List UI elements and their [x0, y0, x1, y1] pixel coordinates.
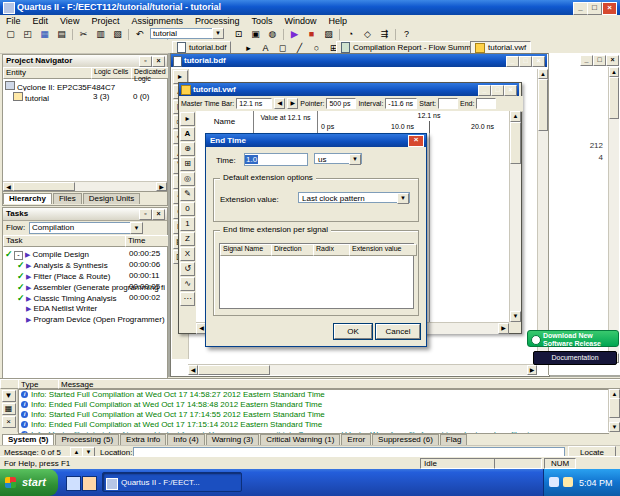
print-icon[interactable]: ▤: [54, 27, 69, 41]
task-row[interactable]: ▶EDA Netlist Writer: [17, 304, 165, 315]
pn-col-dedicated[interactable]: Dedicated Logic: [131, 67, 171, 79]
help-search-icon[interactable]: ?: [399, 27, 414, 41]
filter-icon[interactable]: ▼: [2, 390, 16, 402]
scroll-left-icon[interactable]: ◀: [188, 365, 198, 375]
compilation-report-icon[interactable]: ▨: [321, 27, 336, 41]
col-direction[interactable]: Direction: [271, 244, 317, 256]
pn-col-entity[interactable]: Entity: [3, 67, 95, 79]
tab-critical-warning[interactable]: Critical Warning (1): [260, 434, 340, 445]
minimize-button[interactable]: _: [580, 55, 593, 66]
prev-edge-icon[interactable]: ◀: [274, 98, 285, 109]
maximize-button[interactable]: □: [491, 85, 504, 96]
minimize-button[interactable]: _: [478, 85, 491, 96]
tray-icon[interactable]: [563, 477, 573, 487]
tab-suppressed[interactable]: Suppressed (6): [372, 434, 439, 445]
pin-icon[interactable]: ▫: [139, 209, 152, 220]
minimize-button[interactable]: _: [573, 2, 588, 15]
clock-icon[interactable]: ∿: [180, 277, 195, 291]
tab-error[interactable]: Error: [341, 434, 371, 445]
menu-assignments[interactable]: Assignments: [125, 15, 189, 27]
master-time-value[interactable]: 12.1 ns: [236, 98, 272, 109]
replace-icon[interactable]: ✎: [180, 187, 195, 201]
selection-tool-icon[interactable]: ▸: [180, 112, 195, 126]
value-column-header[interactable]: Value at 12.1 ns: [254, 111, 318, 133]
find-icon[interactable]: ◎: [180, 172, 195, 186]
message-row[interactable]: iInfo: Ended Full Compilation at Wed Oct…: [19, 400, 609, 410]
bdf-vertical-scrollbar[interactable]: ▲ ▼: [537, 69, 548, 364]
restore-button[interactable]: □: [593, 55, 606, 66]
clear-messages-icon[interactable]: ×: [2, 416, 16, 428]
save-messages-icon[interactable]: ▦: [2, 403, 16, 415]
tab-flag[interactable]: Flag: [440, 434, 468, 445]
taskbar-task-button[interactable]: Quartus II - F:/EECT...: [102, 472, 242, 492]
chevron-down-icon[interactable]: ▼: [397, 193, 409, 204]
chevron-down-icon[interactable]: ▼: [212, 28, 224, 39]
scroll-up-icon[interactable]: ▲: [538, 69, 548, 79]
scroll-right-icon[interactable]: ▶: [527, 365, 537, 375]
pn-row-tutorial[interactable]: tutorial 3 (3) 0 (0): [13, 92, 167, 102]
menu-file[interactable]: File: [0, 15, 27, 27]
copy-icon[interactable]: ▥: [93, 27, 108, 41]
message-row[interactable]: iInfo: Started Full Compilation at Wed O…: [19, 390, 609, 400]
paste-icon[interactable]: ▧: [110, 27, 125, 41]
cancel-button[interactable]: Cancel: [376, 324, 420, 339]
pn-tab-hierarchy[interactable]: Hierarchy: [3, 193, 52, 204]
extension-value-select[interactable]: Last clock pattern▼: [298, 192, 410, 203]
menu-view[interactable]: View: [54, 15, 85, 27]
col-radix[interactable]: Radix: [313, 244, 353, 256]
scroll-thumb[interactable]: [13, 182, 75, 191]
undo-icon[interactable]: ↶: [132, 27, 147, 41]
time-input[interactable]: 1.0: [244, 153, 308, 166]
menu-window[interactable]: Window: [278, 15, 322, 27]
menu-help[interactable]: Help: [323, 15, 354, 27]
full-screen-icon[interactable]: ⊞: [180, 157, 195, 171]
tab-system[interactable]: System (5): [2, 434, 54, 445]
messages-vertical-scrollbar[interactable]: ▲ ▼: [608, 389, 620, 432]
time-marker-line[interactable]: [429, 121, 430, 133]
scroll-thumb[interactable]: [609, 77, 619, 119]
start-button[interactable]: start: [0, 469, 58, 496]
tasks-col-task[interactable]: Task: [3, 235, 129, 247]
maximize-button[interactable]: □: [587, 2, 602, 15]
programmer-icon[interactable]: ⇶: [377, 27, 392, 41]
minimize-button[interactable]: _: [506, 56, 519, 67]
menu-tools[interactable]: Tools: [245, 15, 278, 27]
scroll-thumb[interactable]: [609, 398, 620, 418]
col-signal-name[interactable]: Signal Name: [220, 244, 275, 256]
pin-icon[interactable]: ▫: [139, 56, 152, 67]
cut-icon[interactable]: ✂: [76, 27, 91, 41]
invert-icon[interactable]: ↺: [180, 262, 195, 276]
time-unit-select[interactable]: us▼: [314, 153, 362, 164]
messages-col-message[interactable]: Message: [58, 379, 620, 389]
new-file-icon[interactable]: ▢: [3, 27, 18, 41]
timing-analyzer-icon[interactable]: ◔: [343, 27, 358, 41]
scroll-thumb[interactable]: [538, 79, 548, 131]
documentation-button[interactable]: Documentation: [533, 351, 617, 365]
scroll-up-icon[interactable]: ▲: [609, 67, 619, 77]
count-value-icon[interactable]: ⋯: [180, 292, 195, 306]
pn-horizontal-scrollbar[interactable]: ◀ ▶: [3, 181, 167, 191]
value-1-icon[interactable]: 1: [180, 217, 195, 231]
tasks-col-time[interactable]: Time: [125, 235, 171, 247]
scroll-right-icon[interactable]: ▶: [498, 323, 509, 334]
scroll-thumb[interactable]: [198, 365, 270, 375]
menu-edit[interactable]: Edit: [27, 15, 55, 27]
assignment-editor-icon[interactable]: ▣: [248, 27, 263, 41]
close-icon[interactable]: ×: [408, 135, 424, 147]
task-row[interactable]: ✓▶Classic Timing Analysis00:00:02: [17, 293, 165, 304]
zoom-tool-icon[interactable]: ⊕: [180, 142, 195, 156]
value-x-icon[interactable]: X: [180, 247, 195, 261]
report-vertical-scrollbar[interactable]: ▲ ▼: [608, 67, 619, 363]
scroll-thumb[interactable]: [510, 122, 521, 164]
task-row[interactable]: ✓▶Analysis & Synthesis00:00:06: [17, 260, 165, 271]
pn-col-logic-cells[interactable]: Logic Cells: [91, 67, 135, 79]
task-row[interactable]: ▶Program Device (Open Programmer): [17, 315, 165, 326]
close-panel-icon[interactable]: ×: [152, 209, 165, 220]
open-file-icon[interactable]: ◰: [20, 27, 35, 41]
start-compilation-icon[interactable]: ▶: [287, 27, 302, 41]
stop-icon[interactable]: ■: [304, 27, 319, 41]
quick-launch-icon[interactable]: [82, 476, 97, 491]
save-icon[interactable]: ▦: [37, 27, 52, 41]
pn-tab-files[interactable]: Files: [53, 193, 82, 204]
message-row[interactable]: iInfo: Started Full Compilation at Wed O…: [19, 410, 609, 420]
